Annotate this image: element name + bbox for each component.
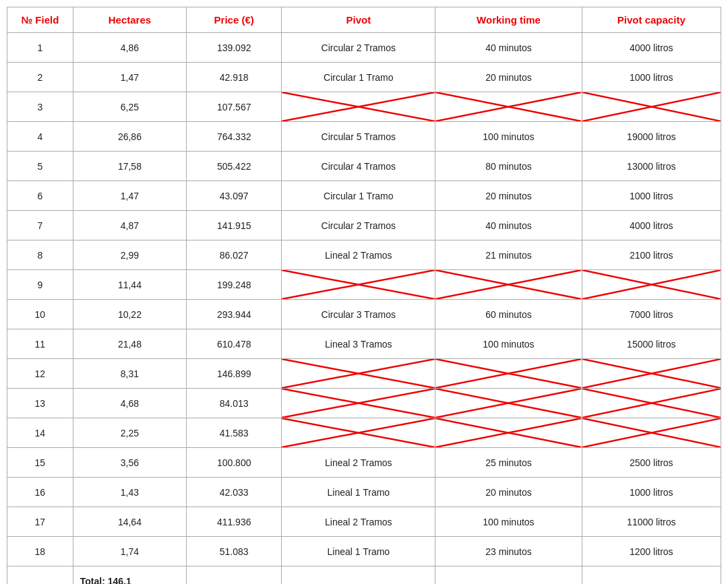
table-row: 1121,48610.478Lineal 3 Tramos100 minutos… — [7, 329, 721, 359]
cell-working-time: 100 minutos — [435, 329, 582, 359]
cell-ha: 26,86 — [73, 122, 186, 152]
cell-price: 84.013 — [187, 389, 282, 418]
cell-price: 505.422 — [187, 152, 282, 181]
table-row: 153,56100.800Lineal 2 Tramos25 minutos25… — [7, 448, 721, 478]
cell-pivot-capacity: 1200 litros — [582, 537, 721, 566]
table-row: 21,4742.918Circular 1 Tramo20 minutos100… — [7, 63, 721, 92]
cell-pivot-capacity — [582, 359, 721, 389]
cell-ha: 4,86 — [73, 33, 186, 63]
cell-no: 5 — [7, 152, 73, 181]
cell-ha: 2,25 — [73, 418, 186, 448]
cell-no: 15 — [7, 448, 73, 478]
table-row: 61,4743.097Circular 1 Tramo20 minutos100… — [7, 181, 721, 211]
svg-line-20 — [435, 389, 581, 418]
svg-line-26 — [435, 418, 581, 447]
cell-pivot — [282, 389, 435, 418]
cell-price: 42.918 — [187, 63, 282, 92]
cell-working-time: 20 minutos — [435, 478, 582, 507]
table-row: 134,6884.013 — [7, 389, 721, 418]
cell-ha: 6,25 — [73, 92, 186, 122]
svg-line-22 — [582, 389, 721, 418]
cell-price: 764.332 — [187, 122, 282, 152]
footer-wt — [435, 566, 582, 585]
svg-line-29 — [582, 418, 721, 447]
cell-working-time: 100 minutos — [435, 122, 582, 152]
footer-price — [187, 566, 282, 585]
svg-line-12 — [282, 359, 435, 388]
svg-line-6 — [282, 270, 435, 299]
cell-no: 16 — [7, 478, 73, 507]
cell-working-time: 21 minutos — [435, 240, 582, 270]
cell-pivot: Lineal 3 Tramos — [282, 329, 435, 359]
footer-pivot — [282, 566, 435, 585]
cell-pivot: Circular 2 Tramos — [282, 211, 435, 240]
cell-pivot-capacity: 2100 litros — [582, 240, 721, 270]
cell-pivot-capacity — [582, 270, 721, 300]
header-pivot-capacity: Pivot capacity — [582, 7, 721, 33]
header-working-time: Working time — [435, 7, 582, 33]
cell-no: 8 — [7, 240, 73, 270]
table-row: 128,31146.899 — [7, 359, 721, 389]
cell-working-time: 20 minutos — [435, 181, 582, 211]
cell-pivot-capacity: 1000 litros — [582, 181, 721, 211]
cell-pivot: Lineal 2 Tramos — [282, 507, 435, 537]
footer-pc — [582, 566, 721, 585]
table-row: 74,87141.915Circular 2 Tramos40 minutos4… — [7, 211, 721, 240]
cell-working-time: 60 minutos — [435, 300, 582, 329]
cell-no: 13 — [7, 389, 73, 418]
cell-pivot-capacity: 13000 litros — [582, 152, 721, 181]
svg-line-25 — [282, 418, 435, 447]
svg-line-16 — [582, 359, 721, 388]
svg-line-5 — [582, 92, 721, 121]
table-row: 161,4342.033Lineal 1 Tramo20 minutos1000… — [7, 478, 721, 507]
cell-ha: 4,68 — [73, 389, 186, 418]
cell-no: 1 — [7, 33, 73, 63]
svg-line-10 — [582, 270, 721, 299]
table-row: 181,7451.083Lineal 1 Tramo23 minutos1200… — [7, 537, 721, 566]
cell-price: 199.248 — [187, 270, 282, 300]
cell-pivot-capacity: 11000 litros — [582, 507, 721, 537]
svg-line-1 — [282, 92, 435, 121]
cell-pivot: Circular 5 Tramos — [282, 122, 435, 152]
table-row: 142,2541.583 — [7, 418, 721, 448]
cell-working-time: 40 minutos — [435, 211, 582, 240]
table-row: 36,25107.567 — [7, 92, 721, 122]
cell-ha: 1,43 — [73, 478, 186, 507]
cell-ha: 1,47 — [73, 181, 186, 211]
svg-line-7 — [282, 270, 435, 299]
cell-ha: 1,74 — [73, 537, 186, 566]
cell-pivot-capacity: 4000 litros — [582, 211, 721, 240]
cell-price: 51.083 — [187, 537, 282, 566]
cell-ha: 2,99 — [73, 240, 186, 270]
svg-line-8 — [435, 270, 581, 299]
svg-line-14 — [435, 359, 581, 388]
cell-price: 42.033 — [187, 478, 282, 507]
cell-ha: 4,87 — [73, 211, 186, 240]
svg-line-21 — [435, 389, 581, 418]
footer-no — [7, 566, 73, 585]
cell-pivot: Lineal 2 Tramos — [282, 448, 435, 478]
cell-pivot: Circular 3 Tramos — [282, 300, 435, 329]
cell-no: 10 — [7, 300, 73, 329]
cell-working-time: 40 minutos — [435, 33, 582, 63]
cell-no: 11 — [7, 329, 73, 359]
cell-no: 4 — [7, 122, 73, 152]
cell-pivot-capacity: 15000 litros — [582, 329, 721, 359]
svg-line-23 — [582, 389, 721, 418]
svg-line-4 — [582, 92, 721, 121]
cell-ha: 1,47 — [73, 63, 186, 92]
svg-line-9 — [435, 270, 581, 299]
svg-line-28 — [582, 418, 721, 447]
cell-no: 2 — [7, 63, 73, 92]
cell-price: 293.944 — [187, 300, 282, 329]
svg-line-0 — [282, 92, 435, 121]
cell-pivot-capacity: 4000 litros — [582, 33, 721, 63]
table-row: 14,86139.092Circular 2 Tramos40 minutos4… — [7, 33, 721, 63]
header-ha: Hectares — [73, 7, 186, 33]
cell-no: 9 — [7, 270, 73, 300]
cell-pivot — [282, 92, 435, 122]
cell-no: 3 — [7, 92, 73, 122]
svg-line-11 — [582, 270, 721, 299]
cell-no: 12 — [7, 359, 73, 389]
cell-pivot: Circular 1 Tramo — [282, 63, 435, 92]
